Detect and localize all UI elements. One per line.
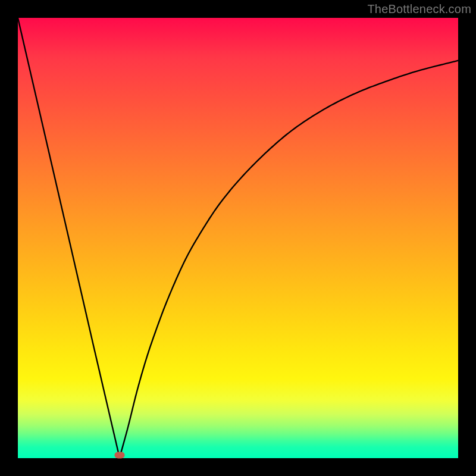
watermark-text: TheBottleneck.com	[367, 2, 471, 16]
curve-left-branch	[18, 18, 120, 458]
curve-right-branch	[120, 61, 458, 458]
curve-layer	[18, 18, 458, 458]
chart-frame: TheBottleneck.com	[0, 0, 476, 476]
minimum-marker	[114, 452, 124, 458]
plot-area	[18, 18, 458, 458]
